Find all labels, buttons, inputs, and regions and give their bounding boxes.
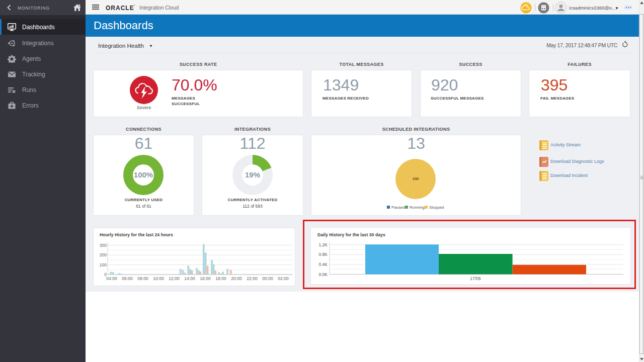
svg-text:02:00: 02:00 [278, 276, 289, 281]
svg-text:0.4K: 0.4K [319, 262, 328, 267]
svg-text:22:00: 22:00 [247, 276, 258, 281]
svg-text:20:00: 20:00 [231, 276, 242, 281]
svg-text:300: 300 [100, 243, 107, 248]
svg-text:06:00: 06:00 [122, 276, 133, 281]
svg-text:100: 100 [100, 262, 107, 267]
svg-text:16:00: 16:00 [200, 276, 211, 281]
svg-text:0.0K: 0.0K [319, 272, 328, 277]
svg-text:1.2K: 1.2K [319, 242, 328, 247]
svg-text:200: 200 [100, 252, 107, 257]
svg-text:08:00: 08:00 [137, 276, 148, 281]
svg-text:17/05: 17/05 [470, 276, 481, 281]
svg-text:14:00: 14:00 [184, 276, 195, 281]
svg-text:04:00: 04:00 [106, 276, 117, 281]
svg-text:12:00: 12:00 [169, 276, 180, 281]
svg-text:0.8K: 0.8K [319, 252, 328, 257]
svg-text:18:00: 18:00 [215, 276, 226, 281]
svg-text:10:00: 10:00 [153, 276, 164, 281]
svg-text:00:00: 00:00 [262, 276, 273, 281]
